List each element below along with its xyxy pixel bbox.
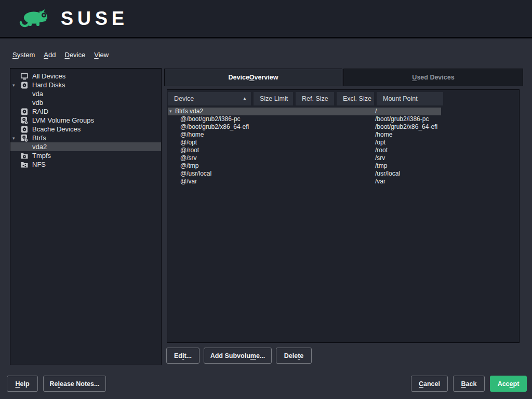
column-header-label: Ref. Size [302, 95, 328, 102]
expander-icon[interactable]: ▾ [12, 136, 20, 141]
expander-icon[interactable]: ▾ [12, 83, 20, 88]
tab-bar: Device OverviewUsed Devices [164, 69, 523, 86]
footer-right-buttons: CancelBackAccept [411, 376, 527, 392]
disk-icon [20, 125, 29, 134]
column-header-label: Excl. Size [343, 95, 371, 102]
column-header-label: Mount Point [383, 95, 418, 102]
menu-system[interactable]: System [12, 51, 35, 59]
table-body: ▾Btrfs vda2/@/boot/grub2/i386-pc/boot/gr… [167, 108, 519, 185]
tree-item-label: Bcache Devices [32, 125, 81, 133]
subvolume-action-buttons: Edit...Add Subvolume...Delete [166, 348, 312, 364]
table-row[interactable]: ▾Btrfs vda2/ [167, 108, 519, 115]
mount-point-cell: /tmp [375, 162, 387, 170]
mount-point-cell: /usr/local [375, 170, 400, 178]
computer-icon [20, 72, 29, 81]
disk-icon [20, 81, 29, 89]
table-row[interactable]: @/usr/local/usr/local [167, 170, 519, 178]
tree-item-label: LVM Volume Groups [32, 116, 94, 124]
menu-add[interactable]: Add [44, 51, 56, 59]
table-header-row: Device▲Size LimitRef. SizeExcl. SizeMoun… [168, 92, 443, 105]
mount-point-cell: /boot/grub2/x86_64-efi [375, 123, 437, 131]
sidebar-item-btrfs[interactable]: ▾Btrfs [10, 134, 161, 142]
device-cell: @/var [180, 178, 197, 185]
disk-clock-icon [20, 116, 29, 125]
sidebar-item-all-devices[interactable]: All Devices [10, 72, 161, 81]
sidebar-item-lvm-volume-groups[interactable]: LVM Volume Groups [10, 116, 161, 125]
sidebar-item-hard-disks[interactable]: ▾Hard Disks [10, 81, 161, 89]
device-cell: @/tmp [180, 162, 199, 170]
cancel-button[interactable]: Cancel [411, 376, 448, 392]
table-row[interactable]: @/root/root [167, 147, 519, 154]
mount-point-cell: / [375, 108, 377, 115]
expert-partitioner-window: SUSE SystemAddDeviceView All Devices▾Har… [0, 0, 532, 399]
column-header-device[interactable]: Device▲ [168, 92, 251, 105]
footer-left-buttons: HelpRelease Notes... [7, 376, 106, 392]
device-cell: Btrfs vda2 [175, 108, 203, 115]
folder-share-icon [20, 161, 29, 169]
sidebar-item-tmpfs[interactable]: Tmpfs [10, 151, 161, 160]
sidebar-item-vdb[interactable]: vdb [10, 98, 161, 107]
tree-item-label: vdb [32, 99, 43, 107]
column-header-size-limit[interactable]: Size Limit [254, 92, 293, 105]
device-cell: @/usr/local [180, 170, 211, 178]
mount-point-cell: /root [375, 147, 388, 154]
column-header-excl-size[interactable]: Excl. Size [337, 92, 374, 105]
mount-point-cell: /srv [375, 154, 385, 162]
table-row[interactable]: @/boot/grub2/i386-pc/boot/grub2/i386-pc [167, 115, 519, 123]
tree-item-label: vda2 [32, 143, 47, 151]
add-subvolume-button[interactable]: Add Subvolume... [204, 348, 272, 364]
table-row[interactable]: @/boot/grub2/x86_64-efi/boot/grub2/x86_6… [167, 123, 519, 131]
help-button[interactable]: Help [7, 376, 38, 392]
device-cell: @/srv [180, 154, 197, 162]
disk-clock-icon [20, 134, 29, 142]
device-cell: @/boot/grub2/i386-pc [180, 115, 241, 123]
back-button[interactable]: Back [453, 376, 485, 392]
device-table-panel: Device▲Size LimitRef. SizeExcl. SizeMoun… [167, 89, 520, 343]
menu-device[interactable]: Device [64, 51, 85, 59]
tree-item-label: vda [32, 90, 43, 98]
mount-point-cell: /boot/grub2/i386-pc [375, 115, 429, 123]
column-header-mount-point[interactable]: Mount Point [377, 92, 443, 105]
mount-point-cell: /home [375, 131, 392, 139]
table-row[interactable]: @/var/var [167, 178, 519, 185]
mount-point-cell: /var [375, 178, 385, 185]
table-row[interactable]: @/tmp/tmp [167, 162, 519, 170]
sidebar-item-raid[interactable]: RAID [10, 107, 161, 116]
edit-button[interactable]: Edit... [166, 348, 200, 364]
suse-wordmark: SUSE [61, 8, 128, 30]
delete-button[interactable]: Delete [276, 348, 312, 364]
device-cell: @/root [180, 147, 199, 154]
menu-view[interactable]: View [94, 51, 109, 59]
table-row[interactable]: @/srv/srv [167, 154, 519, 162]
tree-item-label: All Devices [32, 72, 65, 80]
tree-item-label: Btrfs [32, 134, 46, 142]
sidebar-item-vda2[interactable]: vda2 [10, 142, 161, 151]
tree-item-label: RAID [32, 108, 48, 115]
device-cell: @/opt [180, 139, 197, 147]
sidebar-item-nfs[interactable]: NFS [10, 160, 161, 169]
tab-device-overview[interactable]: Device Overview [164, 69, 342, 86]
suse-logo: SUSE [15, 6, 128, 32]
tree-item-label: Hard Disks [32, 81, 65, 89]
release-notes-button[interactable]: Release Notes... [43, 376, 106, 392]
tree-item-label: Tmpfs [32, 152, 51, 159]
mount-point-cell: /opt [375, 139, 385, 147]
column-header-ref-size[interactable]: Ref. Size [296, 92, 334, 105]
accept-button[interactable]: Accept [490, 376, 527, 392]
table-row[interactable]: @/home/home [167, 131, 519, 139]
device-cell: @/home [180, 131, 204, 139]
sidebar-item-vda[interactable]: vda [10, 89, 161, 98]
table-row[interactable]: @/opt/opt [167, 139, 519, 147]
tab-used-devices[interactable]: Used Devices [343, 69, 523, 86]
sidebar-item-bcache-devices[interactable]: Bcache Devices [10, 125, 161, 134]
tree-item-label: NFS [32, 161, 46, 168]
device-cell: @/boot/grub2/x86_64-efi [180, 123, 249, 131]
device-tree-panel: All Devices▾Hard DisksvdavdbRAIDLVM Volu… [10, 68, 162, 365]
disk-icon [20, 108, 29, 116]
menu-bar: SystemAddDeviceView [12, 51, 109, 59]
expander-icon[interactable]: ▾ [169, 108, 172, 115]
suse-chameleon-icon [15, 6, 54, 32]
column-header-label: Size Limit [260, 95, 288, 102]
folder-clock-icon [20, 152, 29, 160]
sort-ascending-icon: ▲ [243, 97, 247, 101]
